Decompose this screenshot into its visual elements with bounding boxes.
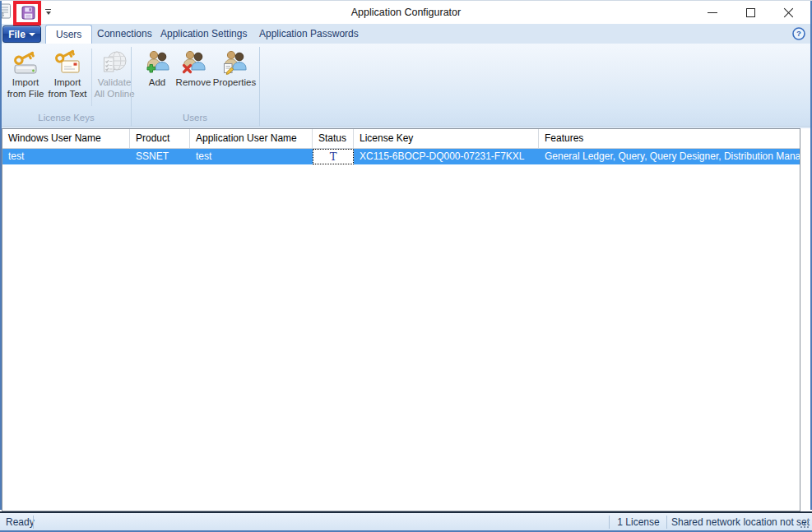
button-label-line1: Validate — [98, 76, 132, 88]
close-button[interactable] — [769, 1, 807, 24]
tab-application-passwords[interactable]: Application Passwords — [249, 25, 369, 44]
minimize-button[interactable] — [694, 1, 731, 24]
group-label-license-keys: License Keys — [2, 113, 131, 123]
help-button[interactable]: ? — [792, 27, 805, 40]
group-label-users: Users — [131, 113, 259, 123]
status-ready-text: Ready — [6, 513, 35, 531]
column-header-product[interactable]: Product — [130, 129, 190, 148]
chevron-down-icon — [29, 33, 35, 36]
save-button[interactable] — [19, 4, 37, 21]
users-remove-icon — [179, 49, 207, 76]
validate-all-online-button[interactable]: Validate All Online — [94, 46, 135, 99]
cell-windows-user-name: test — [2, 149, 130, 164]
window-title: Application Configurator — [0, 1, 812, 24]
key-envelope-icon — [53, 49, 81, 76]
ribbon-button-separator — [91, 49, 92, 106]
users-add-icon — [143, 49, 171, 76]
window-border-left — [0, 1, 2, 510]
maximize-icon — [746, 8, 755, 17]
globe-checklist-icon — [100, 49, 128, 76]
status-bar-separator — [609, 516, 610, 529]
button-label-line1: Import — [12, 76, 39, 88]
status-bar: Ready 1 License Shared network location … — [0, 511, 812, 531]
maximize-button[interactable] — [731, 1, 769, 24]
close-icon — [783, 7, 794, 18]
cell-application-user-name: test — [190, 149, 313, 164]
save-floppy-icon — [21, 6, 35, 20]
import-from-file-button[interactable]: Import from File — [6, 46, 45, 99]
button-label-line1: Add — [149, 76, 165, 88]
cell-features: General Ledger, Query, Query Designer, D… — [539, 149, 800, 164]
file-menu-label: File — [8, 29, 26, 40]
svg-text:?: ? — [796, 29, 801, 38]
application-window: Application Configurator — [0, 0, 812, 532]
column-header-status[interactable]: Status — [313, 129, 354, 148]
add-user-button[interactable]: Add — [141, 46, 174, 88]
key-drive-icon — [12, 49, 39, 76]
table-row[interactable]: test SSNET test T XC115-6BOCP-DQ000-0723… — [2, 149, 800, 164]
file-menu-button[interactable]: File — [2, 25, 41, 43]
column-header-features[interactable]: Features — [539, 129, 800, 148]
button-label-line2: All Online — [94, 88, 134, 99]
button-label-line2: from Text — [48, 88, 86, 99]
window-controls — [694, 1, 807, 24]
app-gear-document-icon — [0, 3, 12, 21]
grid-header-row: Windows User Name Product Application Us… — [2, 129, 800, 149]
status-bar-separator — [33, 516, 34, 529]
title-bar: Application Configurator — [0, 1, 812, 24]
minimize-icon — [708, 12, 717, 13]
column-header-application-user-name[interactable]: Application User Name — [190, 129, 313, 148]
cell-license-key: XC115-6BOCP-DQ000-07231-F7KXL — [354, 149, 539, 164]
users-grid: Windows User Name Product Application Us… — [2, 128, 800, 511]
status-network-location: Shared network location not set — [671, 513, 810, 531]
column-header-windows-user-name[interactable]: Windows User Name — [2, 129, 130, 148]
grid-right-gutter — [801, 128, 810, 511]
properties-button[interactable]: Properties — [211, 46, 258, 88]
import-from-text-button[interactable]: Import from Text — [47, 46, 88, 99]
remove-user-button[interactable]: Remove — [174, 46, 213, 88]
button-label-line1: Import — [54, 76, 81, 88]
tab-application-settings[interactable]: Application Settings — [151, 25, 257, 44]
ribbon-tab-row: File Users Connections Application Setti… — [2, 24, 810, 44]
cell-status: T — [313, 149, 354, 164]
users-properties-icon — [220, 49, 248, 76]
button-label-line1: Remove — [176, 76, 211, 88]
cell-product: SSNET — [130, 149, 190, 164]
status-bar-separator — [666, 516, 667, 529]
tab-users[interactable]: Users — [45, 25, 92, 44]
column-header-license-key[interactable]: License Key — [354, 129, 539, 148]
button-label-line2: from File — [7, 88, 44, 99]
ribbon: Import from File Import from Text — [2, 44, 810, 127]
qat-dropdown-icon[interactable] — [44, 9, 52, 16]
status-license-count: 1 License — [612, 513, 665, 531]
resize-grip[interactable] — [800, 520, 809, 528]
button-label-line1: Properties — [213, 76, 256, 88]
